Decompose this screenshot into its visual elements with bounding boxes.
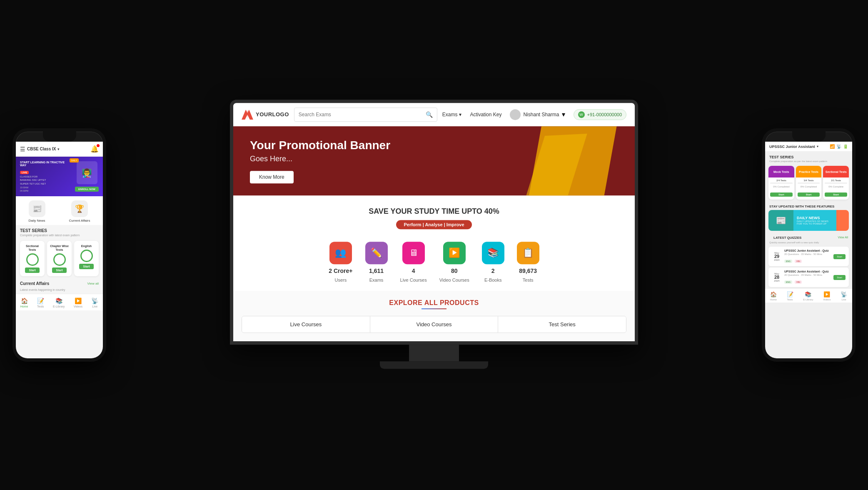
quiz-item-1[interactable]: May 29 2024 UPSSSC Junior Assistant - Qu…	[768, 247, 849, 266]
test-card-chapter[interactable]: Chapter Wise Tests Start	[47, 241, 72, 276]
rp-card-sectional-header: Sectional Tests	[823, 166, 849, 178]
banner-title: Your Promotional Banner	[250, 139, 390, 152]
test-card-sectional-name: Sectional Tests	[22, 244, 42, 252]
monitor-base	[380, 361, 488, 369]
video-courses-label: Video Courses	[439, 278, 469, 282]
right-phone-screen: UPSSSC Junior Assistant ▾ 📶 📡 🔋 TEST SER…	[765, 142, 852, 358]
test-series-cards: Sectional Tests Start Chapter Wise Tests…	[16, 239, 103, 280]
daily-news-title: DAILY NEWS	[797, 216, 833, 220]
mock-percent: 0% Completed	[770, 185, 793, 188]
start-chapter-button[interactable]: Start	[52, 268, 67, 273]
start-sectional-button[interactable]: Start	[25, 268, 40, 273]
live-courses-number: 4	[412, 268, 415, 274]
quiz-meta-2: 20 Questions · 35 Marks · 50 Mins	[784, 274, 831, 276]
left-phone-banner-text: START LEARNING IN TRACTIVE WAY LIVE CLAS…	[20, 161, 72, 192]
rp-card-sectional[interactable]: Sectional Tests 2/1 Tests 0% Complete St…	[823, 166, 849, 200]
quiz-meta-1: 20 Questions · 35 Marks · 50 Mins	[784, 253, 831, 255]
logo-text: YOURLOGO	[256, 111, 289, 118]
current-affairs-label: Current Affairs	[69, 219, 90, 222]
nav-tests[interactable]: 📝 Tests	[37, 298, 44, 308]
rp-nav-tests[interactable]: 📝 Tests	[787, 291, 793, 301]
start-practice-button[interactable]: Start	[798, 192, 820, 197]
exam-chevron-icon: ▾	[817, 145, 818, 148]
start-mock-button[interactable]: Start	[770, 192, 793, 197]
elibrary-icon: 📚	[55, 298, 62, 304]
start-quiz-2-button[interactable]: Start	[833, 275, 846, 280]
live-icon: 📡	[91, 298, 98, 304]
exam-badge[interactable]: UPSSSC Junior Assistant ▾	[769, 145, 818, 149]
rp-nav-elibrary[interactable]: 📚 E-Library	[803, 291, 813, 301]
view-all-quizzes[interactable]: View All	[838, 236, 848, 239]
banner-content: Your Promotional Banner Goes Here... Kno…	[250, 139, 390, 183]
monitor-frame: YOURLOGO 🔍 Exams ▾ Activation Key	[230, 100, 638, 345]
rp-elibrary-icon: 📚	[805, 291, 811, 298]
start-english-button[interactable]: Start	[79, 264, 94, 269]
monitor: YOURLOGO 🔍 Exams ▾ Activation Key	[230, 100, 638, 369]
exams-link[interactable]: Exams ▾	[442, 112, 462, 118]
daily-badge: DAILY	[70, 158, 79, 162]
rp-nav-videos[interactable]: ▶️ Videos	[823, 291, 831, 301]
search-bar[interactable]: 🔍	[294, 108, 437, 122]
category-current-affairs[interactable]: 🏆 Current Affairs	[69, 200, 90, 222]
tag-eng-1: ENG	[784, 260, 792, 263]
tabs-row: Live Courses Video Courses Test Series	[242, 316, 626, 333]
scene: YOURLOGO 🔍 Exams ▾ Activation Key	[0, 0, 868, 490]
tab-test-series[interactable]: Test Series	[498, 316, 626, 332]
logo-icon	[242, 110, 253, 120]
explore-underline	[422, 308, 446, 309]
tab-live-courses[interactable]: Live Courses	[242, 316, 370, 332]
view-all-link[interactable]: View all	[87, 282, 99, 285]
bell-icon[interactable]: 🔔	[90, 145, 99, 153]
stat-video-courses: ▶️ 80 Video Courses	[439, 242, 469, 282]
class-chevron-icon: ▾	[57, 147, 60, 151]
lp-banner-sub2: 04:00PM	[20, 190, 72, 192]
sectional-count: 2/1 Tests	[825, 179, 847, 182]
rp-live-icon: 📡	[841, 291, 847, 298]
test-card-chapter-name: Chapter Wise Tests	[50, 244, 69, 252]
enroll-button[interactable]: ENROLL NOW	[75, 187, 99, 192]
right-phone-bottom-nav: 🏠 Home 📝 Tests 📚 E-Library ▶️ Videos 📡	[765, 288, 852, 302]
rp-card-practice-body: 3/4 Tests 0% Completed Start	[796, 178, 822, 200]
class-badge[interactable]: CBSE Class IX	[27, 147, 56, 151]
tag-hin-2: HIN	[795, 280, 802, 284]
user-area[interactable]: Nishant Sharma ▾	[510, 109, 565, 120]
left-phone-banner: START LEARNING IN TRACTIVE WAY LIVE CLAS…	[16, 157, 103, 196]
rp-nav-home[interactable]: 🏠 Home	[770, 291, 777, 301]
lp-banner-sub: 10:00AM	[20, 186, 72, 189]
daily-news-banner[interactable]: 📰 DAILY NEWS DAILY UPDATES OF NEWS FOR Y…	[768, 210, 849, 231]
nav-live[interactable]: 📡 Live	[91, 298, 98, 308]
daily-news-label: Daily News	[29, 219, 45, 222]
test-card-english[interactable]: English Start	[74, 241, 99, 276]
whatsapp-icon: W	[578, 111, 585, 118]
tag-hin-1: HIN	[795, 260, 802, 263]
avatar	[510, 109, 521, 120]
tests-number: 89,673	[519, 268, 537, 274]
know-more-button[interactable]: Know More	[250, 171, 294, 183]
start-sectional-rp-button[interactable]: Start	[825, 192, 847, 197]
left-phone-screen: ☰ CBSE Class IX ▾ 🔔 START LEARNING IN TR…	[16, 142, 103, 358]
rp-card-mock[interactable]: Mock Tests 2/4 Tests 0% Completed Start	[768, 166, 794, 200]
tab-video-courses[interactable]: Video Courses	[370, 316, 499, 332]
hamburger-icon[interactable]: ☰	[20, 146, 25, 152]
current-affairs-row: Current Affairs View all	[16, 280, 103, 288]
nav-videos[interactable]: ▶️ Videos	[74, 298, 82, 308]
home-label: Home	[20, 305, 28, 308]
nav-home[interactable]: 🏠 Home	[20, 298, 28, 308]
quiz-year-1: 2024	[774, 259, 779, 261]
test-circle-chapter	[53, 253, 66, 266]
nav-elibrary[interactable]: 📚 E-Library	[53, 298, 65, 308]
quiz-item-2[interactable]: May 28 2024 UPSSSC Junior Assistant - Qu…	[768, 268, 849, 287]
quiz-day-2: 28	[774, 275, 779, 280]
start-quiz-1-button[interactable]: Start	[833, 254, 846, 259]
test-card-sectional[interactable]: Sectional Tests Start	[20, 241, 45, 276]
test-circle-sectional	[26, 253, 39, 266]
activation-key-link[interactable]: Activation Key	[470, 112, 501, 118]
search-input[interactable]	[299, 112, 422, 118]
category-daily-news[interactable]: 📰 Daily News	[29, 200, 45, 222]
rp-nav-live[interactable]: 📡 Live	[841, 291, 847, 301]
features-title: STAY UPDATED WITH THESE FEATURES	[765, 202, 852, 210]
lp-banner-title: START LEARNING IN TRACTIVE WAY	[20, 161, 72, 167]
notification-dot	[97, 144, 100, 147]
rp-card-practice[interactable]: Practice Tests 3/4 Tests 0% Completed St…	[796, 166, 822, 200]
quiz-date-1: May 29 2024	[772, 252, 782, 261]
